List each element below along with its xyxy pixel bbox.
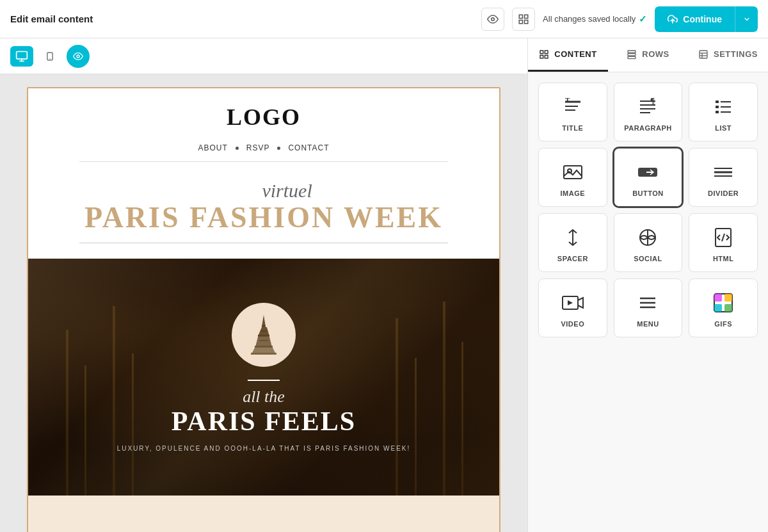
tab-settings[interactable]: SETTINGS [688, 38, 768, 72]
continue-dropdown-btn[interactable] [735, 6, 758, 32]
eiffel-tower-icon [248, 314, 280, 355]
content-item-html[interactable]: HTML [689, 213, 758, 272]
continue-button[interactable]: Continue [655, 6, 735, 32]
content-item-title[interactable]: T TITLE [538, 83, 607, 141]
svg-rect-23 [545, 51, 548, 54]
svg-rect-22 [540, 51, 543, 54]
svg-point-11 [77, 55, 79, 58]
title-label: TITLE [562, 124, 583, 132]
canvas-area: LOGO ABOUT RSVP CONTACT virtuel PARIS FA… [0, 38, 527, 532]
main-layout: LOGO ABOUT RSVP CONTACT virtuel PARIS FA… [0, 38, 768, 532]
svg-rect-13 [262, 325, 266, 327]
email-logo: LOGO [54, 104, 474, 131]
svg-rect-9 [47, 52, 52, 60]
content-item-paragraph[interactable]: ¶ PARAGRAPH [614, 83, 683, 141]
svg-rect-66 [714, 294, 722, 302]
svg-rect-19 [251, 353, 276, 355]
eiffel-circle [232, 303, 296, 367]
image-label: IMAGE [561, 189, 586, 197]
content-item-spacer[interactable]: SPACER [538, 213, 607, 272]
social-label: SOCIAL [634, 255, 662, 262]
nav-dot-1 [236, 147, 239, 150]
tab-rows[interactable]: ROWS [608, 38, 688, 72]
spacer-icon [561, 225, 584, 250]
button-label: BUTTON [632, 189, 664, 197]
nav-contact: CONTACT [288, 143, 329, 152]
upload-icon [668, 14, 678, 24]
virtuel-text: virtuel [262, 180, 312, 202]
content-item-image[interactable]: IMAGE [538, 148, 607, 207]
content-item-divider[interactable]: DIVIDER [689, 148, 758, 207]
title-icon: T [561, 95, 584, 119]
video-icon [561, 291, 584, 315]
svg-point-0 [492, 17, 495, 20]
nav-about: ABOUT [198, 143, 227, 152]
content-item-menu[interactable]: MENU [614, 278, 683, 337]
email-logo-section: LOGO ABOUT RSVP CONTACT [28, 88, 499, 172]
divider-icon [712, 160, 735, 184]
svg-text:T: T [565, 96, 570, 104]
svg-text:¶: ¶ [650, 95, 655, 105]
svg-rect-2 [525, 15, 528, 18]
mobile-icon [45, 50, 54, 63]
social-icon [636, 225, 659, 250]
svg-rect-29 [700, 51, 707, 58]
paragraph-icon: ¶ [636, 95, 659, 119]
content-item-social[interactable]: SOCIAL [614, 213, 683, 272]
content-grid: T TITLE ¶ [538, 83, 758, 337]
svg-rect-27 [628, 53, 636, 55]
content-item-video[interactable]: VIDEO [538, 278, 607, 337]
menu-label: MENU [637, 320, 659, 328]
desktop-icon [15, 50, 28, 63]
svg-rect-46 [716, 106, 719, 108]
event-title-section: virtuel PARIS FASHION WEEK [28, 172, 499, 259]
html-icon [712, 225, 735, 250]
svg-rect-68 [714, 304, 722, 312]
candles-decor [28, 259, 499, 496]
right-panel: CONTENT ROWS SETTINGS [527, 38, 768, 532]
svg-line-59 [722, 234, 724, 241]
gifs-label: GIFS [714, 320, 732, 328]
saved-status: All changes saved locally ✓ [543, 13, 647, 25]
dark-divider [248, 380, 280, 381]
header-actions: All changes saved locally ✓ Continue [481, 6, 758, 32]
eye-preview-btn[interactable] [67, 45, 90, 68]
video-label: VIDEO [561, 320, 584, 328]
dark-section: all the PARIS FEELS LUXURY, OPULENCE AND… [28, 259, 499, 496]
image-icon [561, 160, 584, 184]
svg-rect-1 [519, 15, 522, 18]
desktop-view-btn[interactable] [10, 46, 33, 67]
canvas-scroll[interactable]: LOGO ABOUT RSVP CONTACT virtuel PARIS FA… [0, 74, 527, 532]
spacer-label: SPACER [557, 255, 588, 262]
svg-rect-28 [628, 56, 636, 58]
eye-icon [73, 51, 83, 61]
list-icon [712, 95, 735, 119]
svg-rect-25 [545, 55, 548, 58]
continue-wrapper: Continue [655, 6, 758, 32]
paris-fashion-week: PARIS FASHION WEEK [54, 203, 474, 232]
nav-dot-2 [277, 147, 280, 150]
preview-icon-btn[interactable] [481, 8, 504, 31]
content-item-button[interactable]: BUTTON [614, 148, 683, 207]
mobile-view-btn[interactable] [38, 46, 61, 67]
email-nav: ABOUT RSVP CONTACT [54, 143, 474, 152]
nav-rsvp: RSVP [246, 143, 270, 152]
svg-rect-47 [716, 111, 719, 113]
canvas-toolbar [0, 38, 527, 74]
divider-label: DIVIDER [708, 189, 739, 197]
list-label: LIST [715, 124, 732, 132]
svg-rect-67 [724, 294, 732, 302]
paris-feels: PARIS FEELS [172, 408, 356, 435]
check-icon: ✓ [639, 13, 647, 25]
svg-rect-17 [255, 346, 273, 348]
tab-content[interactable]: CONTENT [528, 38, 608, 72]
grid-view-btn[interactable] [512, 8, 535, 31]
all-the-text: all the [243, 387, 285, 407]
panel-tabs: CONTENT ROWS SETTINGS [528, 38, 768, 72]
page-title: Edit email content [10, 13, 474, 24]
content-item-list[interactable]: LIST [689, 83, 758, 141]
svg-rect-24 [540, 55, 543, 58]
svg-rect-45 [716, 101, 719, 103]
content-item-gifs[interactable]: GIFS [689, 278, 758, 337]
svg-rect-4 [525, 20, 528, 23]
